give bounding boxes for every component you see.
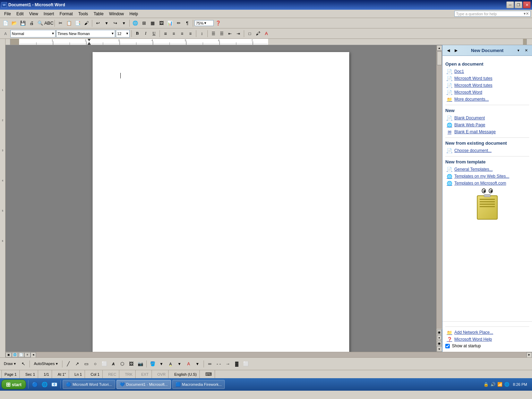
- zoom-dropdown[interactable]: 75% ▾: [195, 20, 214, 26]
- underline-button[interactable]: U: [150, 30, 158, 37]
- taskbar-word-tutes[interactable]: 🔵 Microsoft Word Tutori...: [63, 380, 115, 389]
- rectangle-tool[interactable]: ▭: [82, 360, 91, 368]
- select-browse-button[interactable]: ●: [437, 335, 442, 340]
- numbering-button[interactable]: ☰: [218, 30, 225, 37]
- drawing-button[interactable]: ✏: [174, 19, 183, 27]
- outline-view-button[interactable]: ≡: [24, 353, 31, 357]
- quicklaunch-ie[interactable]: 🔵: [31, 381, 39, 388]
- scroll-up-button[interactable]: ▲: [437, 45, 442, 51]
- blank-doc-link[interactable]: 📄 Blank Document: [445, 114, 529, 121]
- picture-button[interactable]: 🖼: [157, 19, 165, 27]
- blank-email-link[interactable]: ✉ Blank E-mail Message: [445, 128, 529, 135]
- menu-window[interactable]: Window: [106, 11, 127, 17]
- panel-forward-button[interactable]: ▶: [453, 47, 459, 53]
- decrease-indent-button[interactable]: ⇤: [226, 30, 234, 37]
- paste-button[interactable]: 📑: [74, 19, 82, 27]
- panel-dropdown-button[interactable]: ▾: [515, 47, 522, 53]
- align-left-button[interactable]: ≡: [162, 30, 169, 37]
- quicklaunch-2[interactable]: 🌐: [40, 381, 49, 388]
- panel-close-button[interactable]: ✕: [523, 47, 529, 53]
- textbox-tool[interactable]: ⬜: [100, 360, 109, 368]
- bold-button[interactable]: B: [134, 30, 141, 37]
- page-canvas[interactable]: [6, 45, 436, 352]
- border-button[interactable]: □: [246, 30, 254, 37]
- web-button[interactable]: 🌐: [131, 19, 139, 27]
- picture-insert-tool[interactable]: 📷: [136, 360, 145, 368]
- spell-check-button[interactable]: ABC: [45, 19, 53, 27]
- line-color-button[interactable]: A: [166, 360, 175, 368]
- help-search-box[interactable]: Type a question for help ▾ ✕: [454, 11, 531, 17]
- scroll-thumb[interactable]: [437, 51, 442, 65]
- cut-button[interactable]: ✂: [56, 19, 65, 27]
- prev-page-button[interactable]: ◉: [437, 330, 442, 334]
- highlight-button[interactable]: 🖍: [254, 30, 262, 37]
- increase-indent-button[interactable]: ⇥: [234, 30, 242, 37]
- italic-button[interactable]: I: [142, 30, 149, 37]
- font-color-draw-arrow[interactable]: ▾: [194, 360, 202, 368]
- font-size-dropdown[interactable]: 12 ▾: [116, 30, 130, 37]
- font-dropdown[interactable]: Times New Roman ▾: [56, 30, 115, 37]
- open-button[interactable]: 📂: [10, 19, 18, 27]
- diagram-tool[interactable]: ⬡: [118, 360, 127, 368]
- open-doc-1[interactable]: 📄 Doc1: [445, 68, 529, 75]
- style-dropdown[interactable]: Normal ▾: [10, 30, 55, 37]
- arrow-tool[interactable]: ↗: [73, 360, 81, 368]
- scroll-down-button[interactable]: ▼: [437, 346, 442, 352]
- undo-button[interactable]: ↩: [94, 19, 102, 27]
- show-at-startup-checkbox[interactable]: [445, 344, 450, 348]
- start-button[interactable]: ⊞ start: [1, 380, 26, 389]
- line-style-button[interactable]: ═: [206, 360, 214, 368]
- line-spacing-button[interactable]: ↕: [198, 30, 206, 37]
- redo-button[interactable]: ↪: [111, 19, 119, 27]
- print-button[interactable]: 🖨: [27, 19, 36, 27]
- menu-table[interactable]: Table: [91, 11, 106, 17]
- show-hide-button[interactable]: ¶: [183, 19, 191, 27]
- next-page-button[interactable]: ◉: [437, 341, 442, 346]
- 3d-button[interactable]: ⬜: [242, 360, 250, 368]
- save-button[interactable]: 💾: [19, 19, 27, 27]
- chart-button[interactable]: 📊: [166, 19, 174, 27]
- select-tool-button[interactable]: ↖: [19, 359, 28, 368]
- fill-color-button[interactable]: 🪣: [148, 360, 157, 368]
- font-color-draw-button[interactable]: A: [185, 360, 193, 368]
- menu-view[interactable]: View: [26, 11, 41, 17]
- open-doc-4[interactable]: 📄 Microsoft Word: [445, 89, 529, 96]
- line-tool[interactable]: ╱: [64, 360, 72, 368]
- print-preview-button[interactable]: 🔍: [36, 19, 44, 27]
- arrow-style-button[interactable]: →: [224, 360, 232, 368]
- oval-tool[interactable]: ○: [91, 360, 100, 368]
- fill-color-arrow[interactable]: ▾: [157, 360, 166, 368]
- more-docs-link[interactable]: 📁 More documents...: [445, 96, 529, 103]
- scroll-track[interactable]: [437, 51, 442, 329]
- font-color-button[interactable]: A: [263, 30, 270, 37]
- open-doc-3[interactable]: 📄 Microsoft Word tutes: [445, 82, 529, 89]
- menu-insert[interactable]: Insert: [41, 11, 57, 17]
- undo-dropdown[interactable]: ▾: [102, 19, 111, 27]
- copy-button[interactable]: 📋: [65, 19, 73, 27]
- add-network-place-link[interactable]: 📁 Add Network Place...: [445, 329, 529, 336]
- choose-doc-link[interactable]: 📄 Choose document...: [445, 147, 529, 154]
- draw-dropdown-button[interactable]: Draw ▾: [1, 359, 18, 368]
- document-page[interactable]: [93, 52, 349, 352]
- help-button[interactable]: ❓: [214, 19, 222, 27]
- tables-button[interactable]: ⊞: [140, 19, 148, 27]
- menu-edit[interactable]: Edit: [14, 11, 26, 17]
- dash-style-button[interactable]: - -: [215, 360, 223, 368]
- quicklaunch-3[interactable]: 📧: [50, 381, 58, 388]
- word-help-link[interactable]: ❓ Microsoft Word Help: [445, 336, 529, 343]
- line-color-arrow[interactable]: ▾: [175, 360, 184, 368]
- wordart-tool[interactable]: A: [109, 360, 118, 368]
- taskbar-fireworks[interactable]: 🟦 Macromedia Firework...: [172, 380, 225, 389]
- web-sites-templates-link[interactable]: 🌐 Templates on my Web Sites...: [445, 173, 529, 180]
- general-templates-link[interactable]: 📄 General Templates...: [445, 166, 529, 173]
- clipart-tool[interactable]: 🖼: [127, 360, 136, 368]
- redo-dropdown[interactable]: ▾: [120, 19, 128, 27]
- help-close-icon[interactable]: ✕: [526, 11, 529, 16]
- justify-button[interactable]: ≡: [187, 30, 194, 37]
- bullets-button[interactable]: ☰: [209, 30, 217, 37]
- blank-webpage-link[interactable]: 🌐 Blank Web Page: [445, 121, 529, 128]
- menu-file[interactable]: File: [1, 11, 14, 17]
- autoshapes-button[interactable]: AutoShapes ▾: [32, 359, 60, 368]
- new-button[interactable]: 📄: [1, 19, 10, 27]
- open-doc-2[interactable]: 📄 Microsoft Word tutes: [445, 75, 529, 82]
